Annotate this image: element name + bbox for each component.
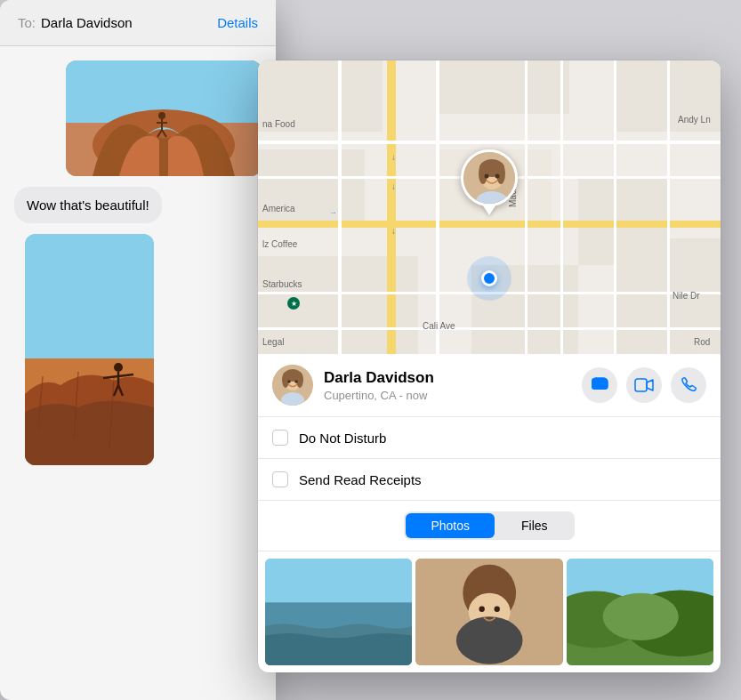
segment-wrapper: Photos Files [404, 511, 574, 540]
outgoing-photo [66, 60, 262, 176]
message-action-button[interactable] [582, 367, 617, 403]
svg-rect-38 [667, 60, 670, 354]
svg-text:Starbucks: Starbucks [262, 279, 302, 289]
svg-text:na Food: na Food [262, 119, 295, 129]
location-pin [461, 149, 518, 215]
details-button[interactable]: Details [217, 15, 258, 30]
phone-action-button[interactable] [671, 367, 706, 403]
map-area[interactable]: na Food America lz Coffee Starbucks Cali… [258, 60, 721, 354]
svg-rect-39 [560, 60, 563, 354]
svg-text:Legal: Legal [262, 337, 284, 347]
svg-text:lz Coffee: lz Coffee [262, 239, 298, 249]
svg-point-85 [479, 607, 485, 612]
svg-point-3 [158, 112, 165, 119]
pin-tail [482, 205, 496, 215]
photos-segment-button[interactable]: Photos [406, 513, 495, 538]
contact-avatar-map [461, 149, 518, 206]
contact-avatar-small [272, 365, 313, 406]
svg-point-91 [602, 593, 678, 640]
photo-grid [258, 551, 721, 672]
svg-text:Cali Ave: Cali Ave [423, 321, 455, 331]
svg-point-64 [495, 174, 500, 179]
location-pulse [467, 256, 511, 301]
location-dot [481, 270, 497, 286]
svg-point-60 [479, 163, 487, 184]
do-not-disturb-row: Do Not Disturb [258, 417, 721, 459]
video-action-button[interactable] [626, 367, 662, 403]
svg-point-84 [456, 616, 523, 664]
svg-text:★: ★ [291, 300, 297, 308]
contact-location-text: Cupertino, CA - now [324, 389, 582, 402]
svg-rect-37 [614, 60, 616, 354]
user-location-dot [467, 256, 511, 301]
svg-text:Nile Dr: Nile Dr [673, 291, 700, 301]
contact-actions [582, 367, 706, 403]
svg-rect-29 [258, 221, 721, 228]
incoming-photo [25, 234, 154, 465]
svg-point-61 [496, 163, 505, 184]
svg-point-69 [296, 372, 303, 388]
svg-text:→: → [329, 208, 337, 217]
svg-text:↓: ↓ [391, 181, 396, 191]
send-read-receipts-checkbox[interactable] [272, 471, 288, 487]
segment-control: Photos Files [258, 501, 721, 551]
svg-rect-36 [525, 60, 528, 354]
photo-grid-item-1[interactable] [265, 559, 412, 665]
send-read-receipts-label: Send Read Receipts [299, 472, 422, 487]
do-not-disturb-label: Do Not Disturb [299, 430, 386, 446]
svg-rect-33 [258, 327, 721, 330]
contact-text: Darla Davidson Cupertino, CA - now [324, 368, 582, 402]
svg-rect-20 [436, 60, 569, 114]
svg-rect-30 [258, 141, 721, 144]
svg-rect-28 [387, 60, 396, 354]
details-panel: na Food America lz Coffee Starbucks Cali… [258, 60, 721, 672]
svg-point-71 [287, 380, 291, 383]
svg-rect-77 [635, 379, 647, 391]
messages-header: To: Darla Davidson Details [0, 0, 276, 46]
to-label: To: [18, 15, 36, 30]
svg-point-86 [495, 607, 500, 612]
messages-window: To: Darla Davidson Details [0, 0, 276, 700]
svg-point-72 [294, 380, 298, 383]
svg-rect-35 [436, 60, 439, 354]
svg-text:↓: ↓ [391, 226, 396, 236]
chat-bubble: Wow that's beautiful! [14, 187, 162, 223]
contact-info-row: Darla Davidson Cupertino, CA - now [258, 354, 721, 417]
recipient-name: Darla Davidson [41, 15, 133, 30]
svg-rect-34 [338, 60, 342, 354]
svg-text:America: America [262, 204, 295, 213]
svg-text:Andy Ln: Andy Ln [678, 115, 711, 125]
do-not-disturb-checkbox[interactable] [272, 430, 288, 446]
messages-body: Wow that's beautiful! [0, 46, 276, 479]
chat-bubble-container: Wow that's beautiful! [14, 187, 262, 223]
files-segment-button[interactable]: Files [496, 513, 573, 538]
svg-text:↓: ↓ [391, 152, 396, 162]
svg-point-13 [114, 363, 123, 372]
svg-text:Rod: Rod [694, 337, 710, 347]
photo-grid-item-3[interactable] [567, 559, 713, 665]
send-read-receipts-row: Send Read Receipts [258, 459, 721, 501]
photo-grid-item-2[interactable] [415, 559, 562, 665]
svg-point-68 [282, 372, 289, 388]
contact-name: Darla Davidson [324, 368, 582, 388]
svg-point-63 [485, 174, 489, 179]
